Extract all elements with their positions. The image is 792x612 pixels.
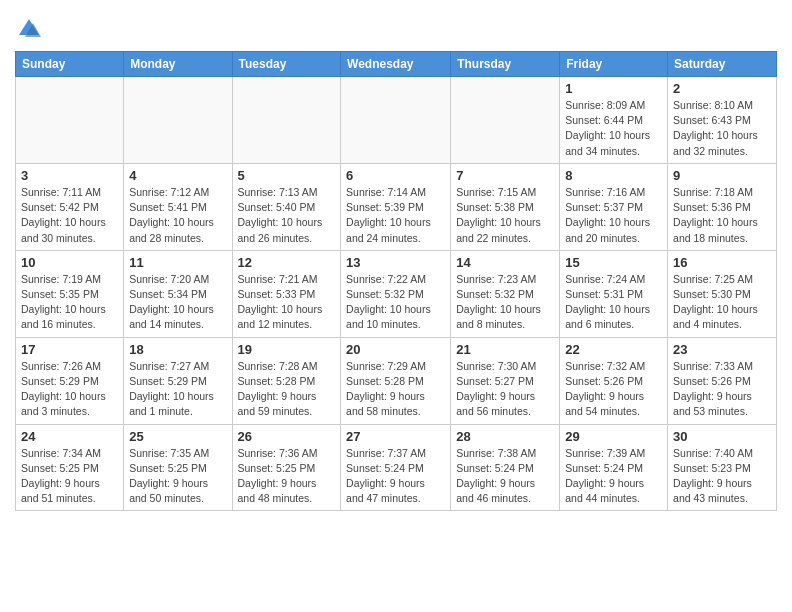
day-info: Sunrise: 7:30 AMSunset: 5:27 PMDaylight:… xyxy=(456,359,554,420)
calendar-cell: 24Sunrise: 7:34 AMSunset: 5:25 PMDayligh… xyxy=(16,424,124,511)
day-number: 27 xyxy=(346,429,445,444)
day-number: 2 xyxy=(673,81,771,96)
day-info: Sunrise: 7:39 AMSunset: 5:24 PMDaylight:… xyxy=(565,446,662,507)
day-number: 11 xyxy=(129,255,226,270)
day-number: 12 xyxy=(238,255,336,270)
day-number: 13 xyxy=(346,255,445,270)
day-number: 28 xyxy=(456,429,554,444)
day-number: 23 xyxy=(673,342,771,357)
calendar-cell: 15Sunrise: 7:24 AMSunset: 5:31 PMDayligh… xyxy=(560,250,668,337)
logo-icon xyxy=(15,15,43,43)
day-info: Sunrise: 7:11 AMSunset: 5:42 PMDaylight:… xyxy=(21,185,118,246)
calendar-cell: 20Sunrise: 7:29 AMSunset: 5:28 PMDayligh… xyxy=(341,337,451,424)
day-number: 25 xyxy=(129,429,226,444)
calendar-cell: 17Sunrise: 7:26 AMSunset: 5:29 PMDayligh… xyxy=(16,337,124,424)
day-number: 10 xyxy=(21,255,118,270)
calendar-cell: 14Sunrise: 7:23 AMSunset: 5:32 PMDayligh… xyxy=(451,250,560,337)
day-number: 17 xyxy=(21,342,118,357)
page-header xyxy=(15,10,777,43)
day-info: Sunrise: 7:29 AMSunset: 5:28 PMDaylight:… xyxy=(346,359,445,420)
logo xyxy=(15,15,45,43)
day-info: Sunrise: 8:10 AMSunset: 6:43 PMDaylight:… xyxy=(673,98,771,159)
day-info: Sunrise: 7:13 AMSunset: 5:40 PMDaylight:… xyxy=(238,185,336,246)
day-number: 1 xyxy=(565,81,662,96)
calendar-cell xyxy=(232,77,341,164)
day-info: Sunrise: 7:19 AMSunset: 5:35 PMDaylight:… xyxy=(21,272,118,333)
calendar-cell: 3Sunrise: 7:11 AMSunset: 5:42 PMDaylight… xyxy=(16,163,124,250)
calendar-cell: 1Sunrise: 8:09 AMSunset: 6:44 PMDaylight… xyxy=(560,77,668,164)
day-info: Sunrise: 7:32 AMSunset: 5:26 PMDaylight:… xyxy=(565,359,662,420)
calendar-cell: 28Sunrise: 7:38 AMSunset: 5:24 PMDayligh… xyxy=(451,424,560,511)
calendar-cell: 16Sunrise: 7:25 AMSunset: 5:30 PMDayligh… xyxy=(668,250,777,337)
calendar-table: SundayMondayTuesdayWednesdayThursdayFrid… xyxy=(15,51,777,511)
day-number: 24 xyxy=(21,429,118,444)
calendar-cell: 11Sunrise: 7:20 AMSunset: 5:34 PMDayligh… xyxy=(124,250,232,337)
calendar-cell: 22Sunrise: 7:32 AMSunset: 5:26 PMDayligh… xyxy=(560,337,668,424)
weekday-header: Monday xyxy=(124,52,232,77)
calendar-cell: 10Sunrise: 7:19 AMSunset: 5:35 PMDayligh… xyxy=(16,250,124,337)
day-info: Sunrise: 8:09 AMSunset: 6:44 PMDaylight:… xyxy=(565,98,662,159)
weekday-header: Wednesday xyxy=(341,52,451,77)
calendar-cell xyxy=(124,77,232,164)
day-number: 18 xyxy=(129,342,226,357)
calendar-cell: 7Sunrise: 7:15 AMSunset: 5:38 PMDaylight… xyxy=(451,163,560,250)
day-info: Sunrise: 7:40 AMSunset: 5:23 PMDaylight:… xyxy=(673,446,771,507)
day-number: 20 xyxy=(346,342,445,357)
weekday-header: Sunday xyxy=(16,52,124,77)
calendar-cell: 19Sunrise: 7:28 AMSunset: 5:28 PMDayligh… xyxy=(232,337,341,424)
calendar-cell: 29Sunrise: 7:39 AMSunset: 5:24 PMDayligh… xyxy=(560,424,668,511)
calendar-cell: 5Sunrise: 7:13 AMSunset: 5:40 PMDaylight… xyxy=(232,163,341,250)
calendar-cell: 30Sunrise: 7:40 AMSunset: 5:23 PMDayligh… xyxy=(668,424,777,511)
day-info: Sunrise: 7:36 AMSunset: 5:25 PMDaylight:… xyxy=(238,446,336,507)
calendar-cell: 4Sunrise: 7:12 AMSunset: 5:41 PMDaylight… xyxy=(124,163,232,250)
day-info: Sunrise: 7:28 AMSunset: 5:28 PMDaylight:… xyxy=(238,359,336,420)
day-info: Sunrise: 7:16 AMSunset: 5:37 PMDaylight:… xyxy=(565,185,662,246)
day-number: 15 xyxy=(565,255,662,270)
day-number: 29 xyxy=(565,429,662,444)
day-number: 9 xyxy=(673,168,771,183)
day-info: Sunrise: 7:27 AMSunset: 5:29 PMDaylight:… xyxy=(129,359,226,420)
day-number: 6 xyxy=(346,168,445,183)
day-number: 3 xyxy=(21,168,118,183)
calendar-cell: 6Sunrise: 7:14 AMSunset: 5:39 PMDaylight… xyxy=(341,163,451,250)
weekday-header: Saturday xyxy=(668,52,777,77)
day-info: Sunrise: 7:34 AMSunset: 5:25 PMDaylight:… xyxy=(21,446,118,507)
day-number: 8 xyxy=(565,168,662,183)
day-info: Sunrise: 7:37 AMSunset: 5:24 PMDaylight:… xyxy=(346,446,445,507)
calendar-cell xyxy=(451,77,560,164)
day-info: Sunrise: 7:21 AMSunset: 5:33 PMDaylight:… xyxy=(238,272,336,333)
day-info: Sunrise: 7:18 AMSunset: 5:36 PMDaylight:… xyxy=(673,185,771,246)
calendar-cell: 8Sunrise: 7:16 AMSunset: 5:37 PMDaylight… xyxy=(560,163,668,250)
calendar-cell: 13Sunrise: 7:22 AMSunset: 5:32 PMDayligh… xyxy=(341,250,451,337)
calendar-cell: 9Sunrise: 7:18 AMSunset: 5:36 PMDaylight… xyxy=(668,163,777,250)
calendar-cell: 25Sunrise: 7:35 AMSunset: 5:25 PMDayligh… xyxy=(124,424,232,511)
calendar-cell: 18Sunrise: 7:27 AMSunset: 5:29 PMDayligh… xyxy=(124,337,232,424)
day-number: 7 xyxy=(456,168,554,183)
day-info: Sunrise: 7:25 AMSunset: 5:30 PMDaylight:… xyxy=(673,272,771,333)
weekday-header: Thursday xyxy=(451,52,560,77)
day-info: Sunrise: 7:23 AMSunset: 5:32 PMDaylight:… xyxy=(456,272,554,333)
day-info: Sunrise: 7:33 AMSunset: 5:26 PMDaylight:… xyxy=(673,359,771,420)
day-info: Sunrise: 7:22 AMSunset: 5:32 PMDaylight:… xyxy=(346,272,445,333)
day-number: 19 xyxy=(238,342,336,357)
day-info: Sunrise: 7:35 AMSunset: 5:25 PMDaylight:… xyxy=(129,446,226,507)
day-info: Sunrise: 7:24 AMSunset: 5:31 PMDaylight:… xyxy=(565,272,662,333)
day-info: Sunrise: 7:26 AMSunset: 5:29 PMDaylight:… xyxy=(21,359,118,420)
day-info: Sunrise: 7:38 AMSunset: 5:24 PMDaylight:… xyxy=(456,446,554,507)
day-number: 26 xyxy=(238,429,336,444)
day-number: 16 xyxy=(673,255,771,270)
day-number: 5 xyxy=(238,168,336,183)
day-number: 21 xyxy=(456,342,554,357)
day-number: 30 xyxy=(673,429,771,444)
weekday-header: Tuesday xyxy=(232,52,341,77)
calendar-cell xyxy=(16,77,124,164)
calendar-cell: 12Sunrise: 7:21 AMSunset: 5:33 PMDayligh… xyxy=(232,250,341,337)
day-info: Sunrise: 7:20 AMSunset: 5:34 PMDaylight:… xyxy=(129,272,226,333)
calendar-cell xyxy=(341,77,451,164)
calendar-cell: 21Sunrise: 7:30 AMSunset: 5:27 PMDayligh… xyxy=(451,337,560,424)
calendar-cell: 26Sunrise: 7:36 AMSunset: 5:25 PMDayligh… xyxy=(232,424,341,511)
weekday-header: Friday xyxy=(560,52,668,77)
day-number: 22 xyxy=(565,342,662,357)
day-info: Sunrise: 7:12 AMSunset: 5:41 PMDaylight:… xyxy=(129,185,226,246)
day-number: 4 xyxy=(129,168,226,183)
